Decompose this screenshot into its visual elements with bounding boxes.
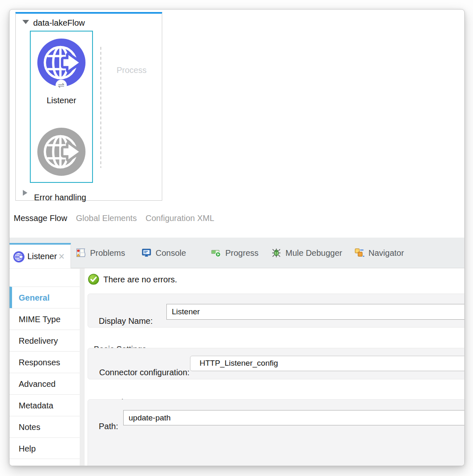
process-lane-divider [100,47,101,168]
tab-listener-properties[interactable]: Listener × [10,243,71,269]
tab-navigator[interactable]: Navigator [354,238,404,268]
process-lane-label: Process [117,66,146,75]
sidebar-item-general[interactable]: General [10,287,80,308]
sidebar-item-mime-type[interactable]: MIME Type [10,308,80,330]
tab-configuration-xml[interactable]: Configuration XML [146,214,215,223]
tab-progress-label: Progress [225,248,258,258]
display-name-label: Display Name: [99,316,153,326]
sidebar-item-advanced[interactable]: Advanced [10,373,80,394]
tab-problems[interactable]: Problems [76,238,125,268]
sidebar-item-responses[interactable]: Responses [10,351,80,373]
tab-progress[interactable]: Progress [211,238,258,268]
sidebar-splitter[interactable] [80,268,85,466]
flow-container: data-lakeFlow ⇌ Listener Process Error h… [15,12,162,201]
status-message: There are no errors. [103,275,177,284]
anypoint-studio-window: data-lakeFlow ⇌ Listener Process Error h… [9,9,465,466]
tab-problems-label: Problems [90,248,125,258]
sidebar-item-redelivery[interactable]: Redelivery [10,330,80,351]
http-listener-icon [13,251,24,262]
listener-node-label: Listener [31,96,92,105]
flow-name: data-lakeFlow [33,18,85,28]
no-errors-check-icon [88,274,99,285]
properties-nav-list: General MIME Type Redelivery Responses A… [10,287,80,459]
bug-icon [271,248,282,258]
tab-console-label: Console [156,248,186,258]
tab-navigator-label: Navigator [368,248,404,258]
connector-configuration-select[interactable]: HTTP_Listener_config [190,356,465,371]
console-icon [141,248,152,258]
properties-sidebar: General MIME Type Redelivery Responses A… [10,268,80,466]
problems-icon [76,248,86,258]
tab-message-flow[interactable]: Message Flow [14,214,67,223]
navigator-icon [354,248,365,258]
tab-mule-debugger-label: Mule Debugger [285,248,342,258]
tab-mule-debugger[interactable]: Mule Debugger [271,238,342,268]
editor-tab-bar: Message Flow Global Elements Configurati… [14,214,214,223]
connector-configuration-label: Connector configuration: [99,368,190,377]
path-input[interactable] [123,410,465,425]
tab-console[interactable]: Console [141,238,186,268]
expand-error-handling-icon[interactable] [23,190,27,196]
display-name-input[interactable] [166,304,465,320]
path-label: Path: [99,422,118,431]
general-panel [88,399,465,466]
sidebar-item-help[interactable]: Help [10,437,80,459]
tab-listener-label: Listener [27,252,57,261]
progress-icon [211,248,222,258]
sidebar-item-notes[interactable]: Notes [10,416,80,437]
exchange-icon: ⇌ [56,80,67,91]
error-handling-label[interactable]: Error handling [34,193,86,202]
flow-selection-box[interactable]: ⇌ Listener [30,31,93,183]
collapse-flow-icon[interactable] [22,20,29,24]
tab-global-elements[interactable]: Global Elements [76,214,137,223]
globe-arrow-icon [37,128,85,176]
close-icon[interactable]: × [59,250,65,263]
view-tab-bar: Listener × Problems Console [10,238,464,268]
ghost-node[interactable] [37,128,85,176]
sidebar-item-metadata[interactable]: Metadata [10,394,80,416]
